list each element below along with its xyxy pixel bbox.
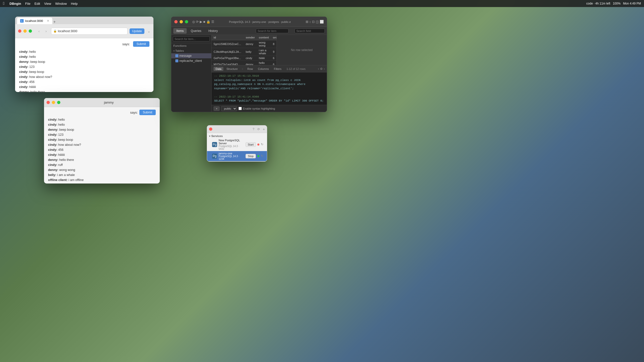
settings-icon[interactable]: ⚙	[320, 67, 323, 71]
chat-line: cindy: hiiiiiii	[19, 84, 149, 89]
table-row[interactable]: GePnGaTPqgot3Bw...cindyhiiiiiii613	[212, 56, 276, 61]
table-row[interactable]: CJIkoMhqoUikjEL2A...bellyi am a whale922	[212, 48, 276, 56]
menubar-help[interactable]: Help	[71, 2, 78, 6]
menubar-view[interactable]: View	[44, 2, 51, 6]
browser-tab[interactable]: L localhost:3000 ✕	[17, 18, 52, 24]
dbngin-action-icon-3[interactable]: ⊡	[312, 20, 315, 24]
dbngin-window: ◎ ⟳ ▶ ■ 🔒 ☰ PostgreSQL 14.3 · jammy-one …	[171, 17, 327, 112]
services-body: ▾ Services Pg New PostgreSQL Server Post…	[207, 133, 267, 161]
chat-sender: denny:	[19, 90, 29, 92]
services-question-icon[interactable]: ?	[253, 127, 254, 131]
menubar:  DBngin File Edit View Window Help code…	[0, 0, 644, 7]
sidebar-item-message[interactable]: message	[171, 53, 211, 58]
dbngin-toolbar-icon-3[interactable]: ▶	[200, 20, 202, 24]
chat-line: denny: beep boop	[19, 59, 149, 64]
jammy-one-icon: Pg	[212, 154, 217, 159]
update-button[interactable]: Update	[130, 28, 144, 34]
service-row-jammy-one[interactable]: Pg jammy-one PostgreSQL 14.3 · 1234 Stop…	[207, 151, 267, 161]
no-row-selected-text: No row selected	[291, 48, 312, 52]
bottom-tab-columns[interactable]: Columns	[256, 67, 271, 71]
menubar-battery: 100%	[613, 2, 621, 5]
chat-line: cindy: hello	[48, 122, 156, 127]
dbngin-close-button[interactable]	[174, 20, 178, 23]
chat-sender: denny:	[48, 168, 58, 172]
new-postgresql-refresh-icon[interactable]: ↻	[261, 143, 265, 147]
col-ord[interactable]: ord	[271, 35, 276, 40]
sql-line: select reltuples::int8 as count from pg_…	[214, 78, 324, 91]
minimize-button[interactable]	[23, 29, 27, 33]
close-button[interactable]	[18, 29, 21, 33]
bottom-tab-data[interactable]: Data	[214, 67, 223, 71]
jammy-maximize-button[interactable]	[57, 101, 60, 104]
services-refresh-icon[interactable]: ⟳	[257, 127, 260, 131]
new-postgresql-start-button[interactable]: Start	[246, 142, 256, 147]
dbngin-action-icon-1[interactable]: ⊞	[306, 20, 308, 24]
jammy-submit-button[interactable]: Submit	[139, 110, 156, 115]
col-sender[interactable]: sender	[244, 35, 257, 40]
jammy-one-stop-button[interactable]: Stop	[246, 154, 256, 158]
dbngin-sql-panel[interactable]: -- 2022-10-17 15:41:13.5910select reltup…	[212, 72, 327, 105]
dbngin-minimize-button[interactable]	[180, 20, 183, 23]
tab-history[interactable]: History	[205, 28, 221, 34]
next-page-icon[interactable]: ›	[324, 67, 325, 71]
jammy-content: says: Submit cindy: hellocindy: helloden…	[44, 107, 160, 184]
services-window: ? ⟳ + ▾ Services Pg New PostgreSQL Serve…	[207, 125, 267, 162]
jammy-minimize-button[interactable]	[52, 101, 55, 104]
col-id[interactable]: id	[212, 35, 244, 40]
jammy-one-sub: PostgreSQL 14.3 · 1234	[219, 155, 244, 160]
dbngin-toolbar-icon-2[interactable]: ⟳	[196, 20, 199, 24]
sidebar-tables-label[interactable]: ▾ Tables	[171, 48, 211, 53]
dbngin-maximize-button[interactable]	[185, 20, 188, 23]
dbngin-toolbar-icon-1[interactable]: ◎	[192, 20, 195, 24]
syntax-highlighting-toggle[interactable]: Enable syntax highlighting	[238, 107, 275, 110]
menubar-file[interactable]: File	[25, 2, 30, 6]
dbngin-toolbar-icon-6[interactable]: ☰	[211, 20, 214, 24]
tab-items[interactable]: Items	[173, 28, 187, 34]
search-for-item-input[interactable]	[256, 29, 289, 33]
dbngin-toolbar-icon-5[interactable]: 🔒	[206, 20, 210, 24]
prev-page-icon[interactable]: ‹	[318, 67, 319, 71]
chat-sender: cindy:	[48, 148, 57, 152]
chat-sender: cindy:	[48, 123, 57, 126]
dbngin-action-icon-2[interactable]: ↕	[309, 20, 311, 24]
chat-line: cindy: hello	[19, 54, 149, 59]
apple-menu-icon[interactable]: 	[3, 1, 5, 6]
dbngin-action-icon-5[interactable]: ⬜	[320, 20, 324, 24]
menubar-edit[interactable]: Edit	[34, 2, 40, 6]
dbngin-action-icon-4[interactable]: ◫	[316, 20, 319, 24]
table-row[interactable]: MYDnZ3x1apG9dO...dennyhello there610	[212, 61, 276, 65]
add-connection-button[interactable]: +	[214, 106, 220, 111]
browser-url-bar[interactable]: 🔒 localhost:3000	[51, 28, 128, 35]
sidebar-functions-label[interactable]: Functions	[171, 43, 211, 48]
new-tab-button[interactable]: +	[53, 20, 56, 24]
sidebar-item-replicache-client[interactable]: replicache_client	[171, 58, 211, 63]
table-row[interactable]: 5gmUSMEOISZcwC...dennywong wong815	[212, 40, 276, 48]
tab-favicon: L	[20, 19, 24, 23]
forward-button[interactable]: ›	[43, 28, 49, 34]
browser-submit-button[interactable]: Submit	[133, 41, 149, 47]
tab-close-icon[interactable]: ✕	[47, 19, 49, 23]
bottom-tab-filters[interactable]: Filters	[272, 67, 284, 71]
menubar-window[interactable]: Window	[55, 2, 67, 6]
services-add-icon[interactable]: +	[263, 127, 265, 131]
tab-queries[interactable]: Queries	[188, 28, 204, 34]
sidebar-search-input[interactable]	[173, 36, 210, 41]
sql-line	[214, 103, 324, 105]
window-controls-icon[interactable]: ⌄	[147, 29, 150, 33]
syntax-checkbox-input[interactable]	[238, 107, 242, 110]
dbngin-toolbar-icon-4[interactable]: ■	[203, 20, 205, 24]
maximize-button[interactable]	[29, 29, 32, 33]
schema-select[interactable]: public	[221, 106, 237, 111]
cell-sender: denny	[244, 61, 257, 65]
col-content[interactable]: content	[257, 35, 271, 40]
jammy-one-refresh-icon[interactable]: ↻	[261, 154, 265, 158]
search-field-input[interactable]	[295, 29, 325, 33]
bottom-tab-row[interactable]: Row	[245, 67, 255, 71]
bottom-tab-structure[interactable]: Structure	[224, 67, 240, 71]
services-close-button[interactable]	[209, 127, 212, 131]
back-button[interactable]: ‹	[36, 28, 42, 34]
sql-line: -- 2022-10-17 15:41:14.0360	[214, 95, 324, 99]
chat-line: cindy: how about now?	[48, 142, 156, 147]
jammy-close-button[interactable]	[47, 101, 50, 104]
service-row-new-postgresql[interactable]: Pg New PostgreSQL Server PostgreSQL 14.3…	[207, 138, 267, 151]
